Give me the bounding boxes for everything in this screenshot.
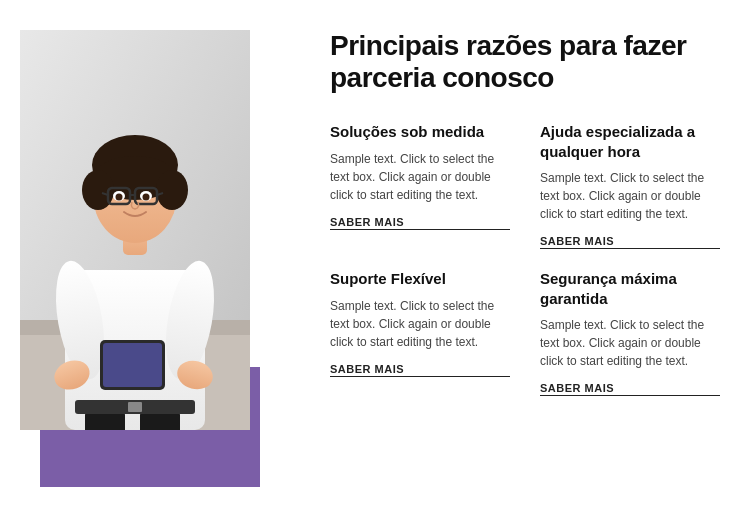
page-wrapper: Principais razões para fazer parceria co… [0, 0, 750, 517]
svg-rect-26 [103, 343, 162, 387]
feature-text-1: Sample text. Click to select the text bo… [540, 169, 720, 223]
person-image-container [20, 30, 250, 430]
feature-text-0: Sample text. Click to select the text bo… [330, 150, 510, 204]
person-illustration [20, 30, 250, 430]
learn-more-link-0[interactable]: SABER MAIS [330, 216, 510, 230]
feature-title-1: Ajuda especializada a qualquer hora [540, 122, 720, 161]
feature-title-2: Suporte Flexível [330, 269, 510, 289]
feature-text-3: Sample text. Click to select the text bo… [540, 316, 720, 370]
svg-point-11 [156, 170, 188, 210]
feature-title-3: Segurança máxima garantida [540, 269, 720, 308]
learn-more-link-1[interactable]: SABER MAIS [540, 235, 720, 249]
feature-title-0: Soluções sob medida [330, 122, 510, 142]
svg-point-19 [116, 194, 123, 201]
learn-more-link-3[interactable]: SABER MAIS [540, 382, 720, 396]
svg-rect-30 [128, 402, 142, 412]
feature-text-2: Sample text. Click to select the text bo… [330, 297, 510, 351]
features-grid: Soluções sob medida Sample text. Click t… [330, 122, 720, 396]
feature-item-flexible-support: Suporte Flexível Sample text. Click to s… [330, 269, 510, 396]
left-section [20, 30, 300, 487]
learn-more-link-2[interactable]: SABER MAIS [330, 363, 510, 377]
right-section: Principais razões para fazer parceria co… [330, 30, 720, 487]
feature-item-specialized-help: Ajuda especializada a qualquer hora Samp… [540, 122, 720, 249]
feature-item-custom-solutions: Soluções sob medida Sample text. Click t… [330, 122, 510, 249]
feature-item-max-security: Segurança máxima garantida Sample text. … [540, 269, 720, 396]
page-title: Principais razões para fazer parceria co… [330, 30, 720, 94]
svg-point-20 [143, 194, 150, 201]
